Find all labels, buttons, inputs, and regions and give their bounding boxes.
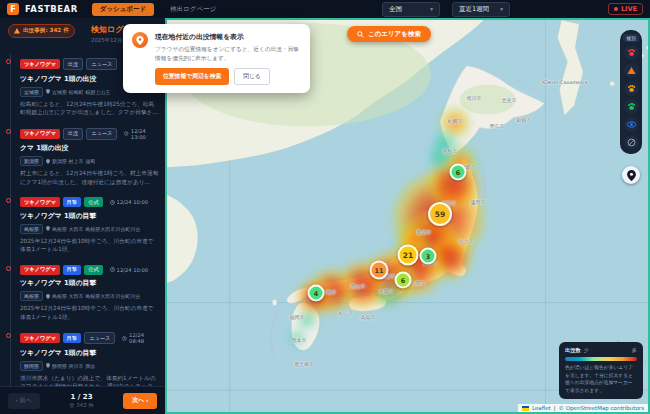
pagination-bar: ‹ 前へ 1 / 23 全 342 件 次へ ›	[0, 386, 165, 414]
legend-low-label: 少	[584, 347, 589, 354]
entry-location: 宮城県 松島町 根廻上山王	[52, 89, 110, 95]
species-badge: ツキノワグマ	[20, 333, 60, 343]
source-badge: ニュース	[86, 128, 117, 140]
incident-type-badge: 目撃	[63, 333, 81, 343]
period-select[interactable]: 直近1週間▾	[452, 2, 510, 17]
triangle-icon	[627, 66, 636, 75]
prev-page-button[interactable]: ‹ 前へ	[8, 393, 40, 409]
entry-location: 新潟県 村上市 蒲萄	[52, 158, 95, 164]
prefecture-badge: 島根県	[20, 291, 43, 301]
warning-icon	[14, 28, 20, 34]
species-badge: ツキノワグマ	[20, 129, 60, 139]
popup-title: 現在地付近の出没情報を表示	[155, 32, 301, 42]
cluster-marker[interactable]: 6	[395, 272, 412, 289]
legend-title: 出没数	[565, 347, 581, 354]
log-entry[interactable]: ツキノワグマ 目撃 ニュース 12/24 08:48 ツキノワグマ 1頭の目撃 …	[20, 332, 159, 386]
log-entry[interactable]: ツキノワグマ 目撃 公式 12/24 10:00 ツキノワグマ 1頭の目撃 島根…	[20, 197, 159, 254]
entry-description: 2025年12月24日午前10時半ごろ、川合町の市道で体長1メートル1頭。	[20, 237, 159, 254]
brand-name: FASTBEAR	[25, 4, 78, 14]
map-pin-icon	[46, 363, 50, 368]
cluster-marker[interactable]: 59	[428, 202, 452, 226]
prefecture-badge: 宮城県	[20, 87, 43, 97]
entry-location: 島根県 大田市 島根県大田市川合町川合	[52, 293, 140, 299]
entry-description: 2025年12月24日午前10時半ごろ、川合町の市道で体長1メートル1頭。	[20, 304, 159, 321]
dashboard-button[interactable]: ダッシュボード	[92, 3, 154, 16]
page-indicator: 1 / 23	[40, 393, 123, 401]
next-page-button[interactable]: 次へ ›	[123, 393, 157, 409]
paw-icon	[627, 102, 636, 111]
incident-count-badge: 出没事例: 342 件	[8, 24, 75, 38]
ban-icon	[627, 138, 636, 147]
prefecture-badge: 新潟県	[20, 156, 43, 166]
bear-green-filter-button[interactable]	[624, 99, 639, 114]
clock-icon	[110, 267, 115, 272]
clock-icon	[122, 336, 127, 341]
search-icon	[357, 31, 364, 38]
heatmap-legend: 出没数 少 多 色が濃いほど報告が多いエリアを示します。十分に拡大すると個々の出…	[559, 342, 643, 399]
search-nearby-button[interactable]: 位置情報で周辺を検索	[155, 68, 229, 85]
paw-icon	[627, 48, 636, 57]
incident-type-badge: 出没	[63, 58, 83, 70]
cluster-marker[interactable]: 21	[398, 245, 419, 266]
entry-title: ツキノワグマ 1頭の目撃	[20, 211, 159, 221]
search-this-area-button[interactable]: このエリアを検索	[347, 26, 431, 42]
incident-type-badge: 目撃	[63, 197, 81, 207]
log-page-link[interactable]: 検出ログページ	[170, 5, 216, 14]
species-badge: ツキノワグマ	[20, 265, 60, 275]
log-entry[interactable]: ツキノワグマ 目撃 公式 12/24 10:00 ツキノワグマ 1頭の目撃 島根…	[20, 265, 159, 322]
map-pin-icon	[46, 89, 50, 94]
source-badge: ニュース	[84, 332, 115, 344]
osm-link[interactable]: © OpenStreetMap contributors	[559, 405, 644, 411]
entry-title: クマ 1頭の出没	[20, 143, 159, 153]
entry-description: 松島町によると、12月24日午後1時25分ごろ、松島町根廻上山王にクマが出没しま…	[20, 100, 159, 117]
cluster-marker[interactable]: 3	[420, 248, 437, 265]
prefecture-badge: 島根県	[20, 224, 43, 234]
location-permission-popup: 現在地付近の出没情報を表示 ブラウザの位置情報をオンにすると、近くの出没・目撃情…	[123, 24, 310, 93]
clock-icon	[124, 131, 128, 136]
filter-toolbar-label: 種別	[623, 34, 639, 42]
locate-button[interactable]	[622, 166, 640, 184]
bear-pin-icon	[627, 170, 636, 181]
popup-body: ブラウザの位置情報をオンにすると、近くの出没・目撃情報を優先的に表示します。	[155, 45, 301, 63]
timeline-node-icon	[6, 266, 11, 271]
entry-time: 12/24 10:00	[117, 267, 149, 273]
map-pin-icon	[46, 294, 50, 299]
species-filter-toolbar: 種別	[620, 30, 642, 154]
species-badge: ツキノワグマ	[20, 59, 60, 69]
sighting-filter-button[interactable]	[624, 117, 639, 132]
map-pin-icon	[46, 159, 50, 164]
species-badge: ツキノワグマ	[20, 197, 60, 207]
bear-red-filter-button[interactable]	[624, 45, 639, 60]
region-select[interactable]: 全国▾	[382, 2, 440, 17]
cluster-marker[interactable]: 6	[450, 164, 467, 181]
legend-gradient-bar	[565, 357, 637, 361]
chevron-down-icon: ▾	[500, 6, 503, 12]
other-filter-button[interactable]	[624, 135, 639, 150]
leaflet-link[interactable]: Leaflet	[532, 405, 551, 411]
bear-amber-filter-button[interactable]	[624, 81, 639, 96]
close-popup-button[interactable]: 閉じる	[234, 68, 270, 85]
cluster-marker[interactable]: 4	[308, 285, 325, 302]
timeline-node-icon	[6, 59, 11, 64]
timeline-node-icon	[6, 129, 11, 134]
app-header: F FASTBEAR ダッシュボード 検出ログページ 全国▾ 直近1週間▾ LI…	[0, 0, 650, 18]
entry-time: 12/24 10:00	[117, 199, 149, 205]
entry-description: 村上市によると、12月24日午後1時ごろ、村上市蒲萄にクマ1頭が出没した。現場付…	[20, 169, 159, 186]
cluster-marker[interactable]: 11	[370, 261, 389, 280]
alert-filter-button[interactable]	[624, 63, 639, 78]
entry-title: ツキノワグマ 1頭の目撃	[20, 348, 159, 358]
log-entry-list: ツキノワグマ 出没 ニュース 12/24 13:25 ツキノワグマ 1頭の出没 …	[0, 54, 165, 386]
legend-high-label: 多	[632, 347, 637, 354]
entry-description: 掛川市満水（たまり）の路上で、体長約1メートルのクマのような動物が目撃された。通…	[20, 374, 159, 386]
entry-title: ツキノワグマ 1頭の目撃	[20, 278, 159, 288]
legend-description: 色が濃いほど報告が多いエリアを示します。十分に拡大すると個々の出没地点が追加マー…	[565, 364, 637, 394]
source-badge: 公式	[84, 197, 102, 207]
log-entry[interactable]: ツキノワグマ 出没 ニュース 12/24 13:00 クマ 1頭の出没 新潟県 …	[20, 128, 159, 187]
clock-icon	[110, 200, 115, 205]
source-badge: ニュース	[86, 58, 117, 70]
live-dot-icon	[614, 7, 618, 11]
ukraine-flag-icon	[522, 406, 529, 411]
map-pin-icon	[46, 226, 50, 231]
prefecture-badge: 静岡県	[20, 361, 43, 371]
source-badge: 公式	[84, 265, 102, 275]
